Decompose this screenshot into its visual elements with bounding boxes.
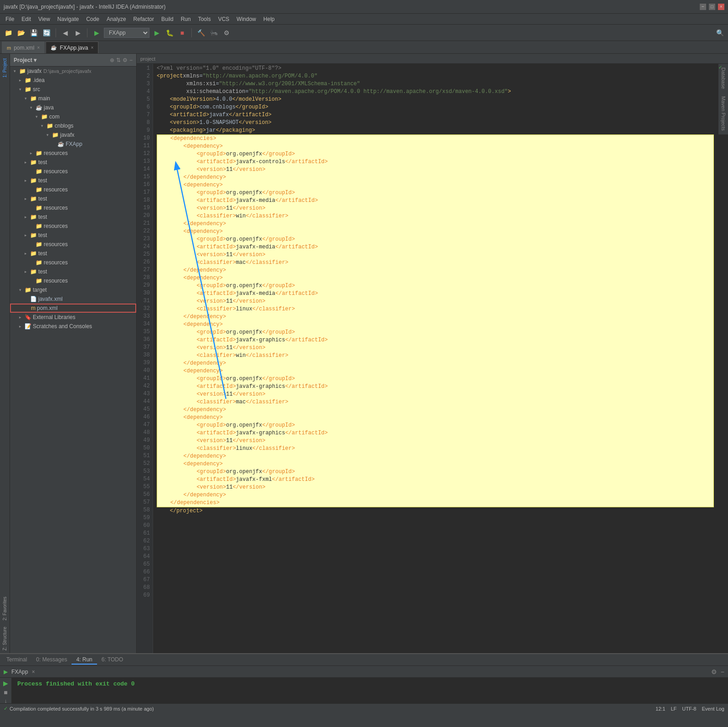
code-line-37: <version>11</version> xyxy=(157,298,713,305)
run-button[interactable]: ▶ xyxy=(151,27,162,38)
tool-tabs: Terminal 0: Messages 4: Run 6: TODO xyxy=(0,654,728,666)
tree-test-1[interactable]: ▸ 📁 test xyxy=(10,158,136,167)
close-button[interactable]: × xyxy=(718,4,724,10)
minimize-button[interactable]: − xyxy=(700,4,706,10)
menu-analyze[interactable]: Analyze xyxy=(103,15,130,23)
panel-icon-collapse[interactable]: ⇅ xyxy=(116,57,121,63)
editor-tab-pomxml[interactable]: m pom.xml × xyxy=(2,41,45,53)
search-everywhere-button[interactable]: 🔍 xyxy=(714,27,725,38)
tree-pom-xml[interactable]: m pom.xml xyxy=(10,304,136,313)
forward-button[interactable]: ▶ xyxy=(72,27,83,38)
new-project-button[interactable]: 📁 xyxy=(3,27,14,38)
open-button[interactable]: 📂 xyxy=(15,27,26,38)
code-area[interactable]: <?xml version="1.0" encoding="UTF-8"?> <… xyxy=(153,64,718,653)
tree-main[interactable]: ▾ 📁 main xyxy=(10,94,136,103)
code-line-30: <version>11</version> xyxy=(157,251,713,259)
build-button[interactable]: ▶ xyxy=(91,27,102,38)
window-controls: − □ × xyxy=(700,4,724,10)
maximize-button[interactable]: □ xyxy=(709,4,715,10)
run-minimize-icon[interactable]: − xyxy=(721,668,724,675)
run-settings-icon[interactable]: ⚙ xyxy=(711,668,717,675)
tree-scratches[interactable]: ▸ 📝 Scratches and Consoles xyxy=(10,322,136,331)
tree-external-libraries[interactable]: ▸ 🔖 External Libraries xyxy=(10,313,136,322)
tree-src[interactable]: ▾ 📁 src xyxy=(10,85,136,94)
tree-test-5[interactable]: ▸ 📁 test xyxy=(10,231,136,240)
menu-file[interactable]: File xyxy=(2,15,18,23)
run-stop-button[interactable]: ■ xyxy=(4,689,7,696)
tree-test-6[interactable]: ▸ 📁 test xyxy=(10,249,136,258)
favorites-strip[interactable]: 2: Favorites xyxy=(1,594,8,623)
settings-button[interactable]: ⚙ xyxy=(221,27,232,38)
back-button[interactable]: ◀ xyxy=(60,27,71,38)
tree-javafx-pkg[interactable]: ▾ 📁 javafx xyxy=(10,130,136,139)
tree-target[interactable]: ▾ 📁 target xyxy=(10,285,136,294)
code-line-7: <groupId>com.cnblogs</groupId> xyxy=(157,103,714,111)
pomxml-tab-close[interactable]: × xyxy=(37,45,40,50)
tree-resources-test1[interactable]: 📁 resources xyxy=(10,167,136,176)
panel-icon-add[interactable]: ⊕ xyxy=(110,57,114,63)
run-close-icon[interactable]: × xyxy=(32,669,35,675)
menu-vcs[interactable]: VCS xyxy=(215,15,233,23)
menu-help[interactable]: Help xyxy=(260,15,278,23)
line-ending[interactable]: LF xyxy=(671,706,677,712)
tree-test-2[interactable]: ▸ 📁 test xyxy=(10,176,136,185)
panel-icon-gear[interactable]: ⚙ xyxy=(123,57,128,63)
sync-button[interactable]: 🔄 xyxy=(41,27,52,38)
save-button[interactable]: 💾 xyxy=(28,27,39,38)
menu-tools[interactable]: Tools xyxy=(195,15,215,23)
fxapp-tab-label: FXApp.java xyxy=(60,45,88,51)
breadcrumb-text: project xyxy=(140,56,155,62)
tree-resources-test2[interactable]: 📁 resources xyxy=(10,185,136,194)
editor-tab-fxapp[interactable]: ☕ FXApp.java × xyxy=(46,41,98,53)
tree-java[interactable]: ▾ ☕ java xyxy=(10,103,136,112)
tab-messages[interactable]: 0: Messages xyxy=(31,655,72,665)
stop-button[interactable]: ■ xyxy=(177,27,188,38)
tree-javafx-xml[interactable]: 📄 javafx.xml xyxy=(10,294,136,304)
menu-navigate[interactable]: Navigate xyxy=(54,15,82,23)
code-line-10: <packaging>jar</packaging> xyxy=(157,127,714,134)
panel-icon-minimize[interactable]: − xyxy=(129,57,133,63)
ant-button[interactable]: 🐜 xyxy=(208,27,219,38)
tree-resources-main[interactable]: ▸ 📁 resources xyxy=(10,149,136,158)
fxapp-tab-close[interactable]: × xyxy=(91,45,93,50)
tab-run[interactable]: 4: Run xyxy=(72,655,97,665)
menu-refactor[interactable]: Refactor xyxy=(130,15,158,23)
tree-cnblogs[interactable]: ▾ 📁 cnblogs xyxy=(10,121,136,130)
event-log[interactable]: Event Log xyxy=(702,706,724,712)
tab-bar: m pom.xml × ☕ FXApp.java × xyxy=(0,41,728,54)
update-project-button[interactable]: 🔨 xyxy=(195,27,206,38)
tree-resources-test3[interactable]: 📁 resources xyxy=(10,203,136,212)
run-config-combo[interactable]: FXApp xyxy=(104,28,149,38)
tree-com[interactable]: ▾ 📁 com xyxy=(10,112,136,121)
project-panel-strip[interactable]: 1: Project xyxy=(1,56,8,80)
cursor-position[interactable]: 12:1 xyxy=(656,706,665,712)
tree-root-javafx[interactable]: ▾ 📁 javafx D:\java_project\javafx xyxy=(10,67,136,76)
code-line-70: </project> xyxy=(157,507,714,515)
tree-resources-test6[interactable]: 📁 resources xyxy=(10,258,136,267)
run-scroll-button[interactable]: ↓ xyxy=(5,698,7,703)
menu-code[interactable]: Code xyxy=(82,15,103,23)
run-play-button[interactable]: ▶ xyxy=(3,680,8,687)
debug-button[interactable]: 🐛 xyxy=(164,27,175,38)
maven-panel[interactable]: Maven Projects xyxy=(718,93,728,134)
menu-window[interactable]: Window xyxy=(233,15,260,23)
encoding[interactable]: UTF-8 xyxy=(682,706,696,712)
menu-build[interactable]: Build xyxy=(158,15,177,23)
tab-todo[interactable]: 6: TODO xyxy=(97,655,128,665)
tree-resources-test7[interactable]: 📁 resources xyxy=(10,276,136,285)
tree-resources-test5[interactable]: 📁 resources xyxy=(10,240,136,249)
tab-terminal[interactable]: Terminal xyxy=(2,655,31,665)
menu-edit[interactable]: Edit xyxy=(18,15,35,23)
menu-view[interactable]: View xyxy=(35,15,54,23)
toolbar-separator-3 xyxy=(191,28,192,37)
tree-test-7[interactable]: ▸ 📁 test xyxy=(10,267,136,276)
tree-test-4[interactable]: ▸ 📁 test xyxy=(10,212,136,222)
tree-resources-test4[interactable]: 📁 resources xyxy=(10,222,136,231)
tree-idea[interactable]: ▸ 📁 .idea xyxy=(10,76,136,85)
code-line-34: <dependency> xyxy=(157,274,713,282)
tree-test-3[interactable]: ▸ 📁 test xyxy=(10,194,136,203)
structure-strip[interactable]: Z: Structure xyxy=(1,624,8,653)
tree-fxapp[interactable]: ☕ FXApp xyxy=(10,139,136,149)
menu-run[interactable]: Run xyxy=(177,15,195,23)
maven-label[interactable]: Maven Projects xyxy=(720,93,727,134)
